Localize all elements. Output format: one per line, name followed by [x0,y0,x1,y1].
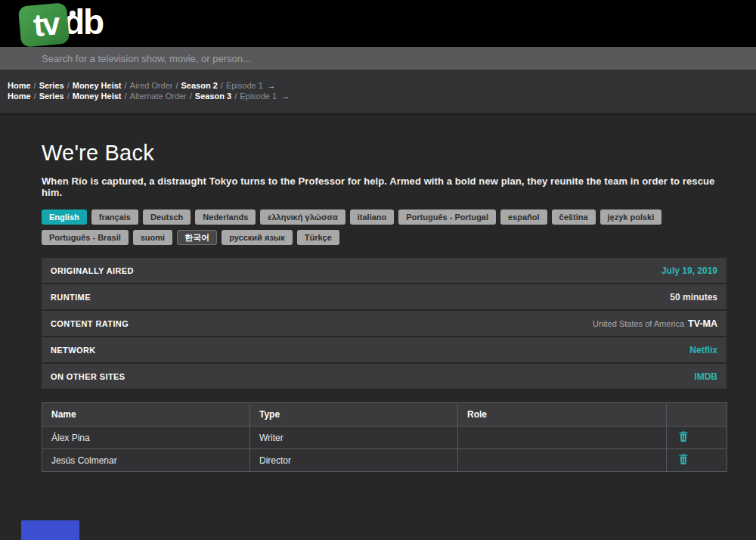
breadcrumb-item[interactable]: Money Heist [73,92,122,101]
people-column-header [667,403,727,427]
breadcrumb-item[interactable]: Home [8,81,31,90]
info-row: RUNTIME50 minutes [42,284,727,309]
person-role-cell [458,427,667,449]
info-row-label: NETWORK [51,346,96,355]
breadcrumb-arrow-icon[interactable]: → [268,81,276,90]
info-row-value: July 19, 2019 [662,265,717,276]
info-row-label: RUNTIME [51,293,91,302]
breadcrumb-separator: / [175,81,178,90]
info-value-text: 50 minutes [670,292,717,303]
info-row: NETWORKNetflix [42,337,727,362]
breadcrumb-item[interactable]: Home [8,92,31,101]
top-header-bar: tv db [0,0,756,47]
person-name-link[interactable]: Jesús Colmenar [42,449,250,472]
breadcrumb-item[interactable]: Money Heist [73,81,122,90]
info-value-link[interactable]: July 19, 2019 [662,265,717,276]
breadcrumb-separator: / [190,92,192,101]
info-row: ON OTHER SITESIMDB [42,364,727,389]
rating-value: TV-MA [688,318,717,329]
language-tab-default[interactable]: français [91,209,138,225]
breadcrumb-arrow-icon[interactable]: → [281,92,290,101]
main-content: We're Back When Río is captured, a distr… [0,141,756,472]
breadcrumb: Home/Series/Money Heist/Aired Order/Seas… [0,70,756,115]
breadcrumb-separator: / [34,92,36,101]
table-row: Jesús ColmenarDirector [42,449,727,472]
table-row: Álex PinaWriter [42,427,727,449]
breadcrumb-line: Home/Series/Money Heist/Alternate Order/… [8,91,756,101]
breadcrumb-item[interactable]: Episode 1 [226,81,263,90]
person-type-cell: Director [250,449,458,472]
tvdb-logo-dot-icon [70,11,76,17]
info-row-value: Netflix [689,345,717,355]
people-column-header: Role [458,403,667,427]
people-table: NameTypeRole Álex PinaWriterJesús Colmen… [42,402,727,472]
language-tab-default[interactable]: русский язык [222,230,293,245]
search-input[interactable] [0,47,756,70]
breadcrumb-separator: / [34,81,36,90]
breadcrumb-item[interactable]: Alternate Order [130,92,187,101]
info-row: ORIGINALLY AIREDJuly 19, 2019 [42,258,727,283]
info-value-link[interactable]: IMDB [694,371,717,382]
person-actions-cell [667,427,727,449]
tvdb-logo-green-tile: tv [18,2,70,47]
tvdb-logo-tv-text: tv [32,5,60,44]
breadcrumb-item[interactable]: Aired Order [130,81,173,90]
bottom-left-action-button[interactable] [21,520,79,540]
tvdb-logo-db-text: db [64,2,103,42]
language-tab-default[interactable]: Nederlands [195,209,256,225]
breadcrumb-separator: / [234,92,237,101]
language-tab-default[interactable]: Deutsch [143,209,191,225]
person-actions-cell [667,449,727,472]
info-row-label: ORIGINALLY AIRED [51,266,134,275]
language-tab-default[interactable]: Türkçe [297,230,339,245]
language-tab-default[interactable]: čeština [552,209,596,225]
breadcrumb-separator: / [125,81,127,90]
episode-info-list: ORIGINALLY AIREDJuly 19, 2019RUNTIME50 m… [42,258,727,389]
tvdb-logo[interactable]: tv db [20,3,103,45]
breadcrumb-separator: / [67,81,70,90]
breadcrumb-item[interactable]: Season 2 [181,81,218,90]
language-tab-default[interactable]: język polski [600,209,662,225]
breadcrumb-separator: / [125,92,127,101]
breadcrumb-item[interactable]: Season 3 [195,92,231,101]
info-row: CONTENT RATINGUnited States of AmericaTV… [42,311,727,336]
info-row-label: CONTENT RATING [51,319,129,328]
person-name-link[interactable]: Álex Pina [42,427,250,449]
language-tab-default[interactable]: Português - Brasil [42,230,129,245]
people-column-header: Type [250,403,458,427]
language-tab-active[interactable]: English [42,209,87,225]
page-title: We're Back [42,141,727,166]
language-tab-default[interactable]: suomi [133,230,172,245]
people-column-header: Name [42,403,250,427]
search-bar [0,47,756,70]
info-row-label: ON OTHER SITES [51,372,125,381]
info-row-value: United States of AmericaTV-MA [593,318,717,329]
info-value-link[interactable]: Netflix [689,345,717,355]
breadcrumb-item[interactable]: Series [39,92,64,101]
breadcrumb-line: Home/Series/Money Heist/Aired Order/Seas… [8,80,756,91]
rating-country-label: United States of America [593,319,684,328]
breadcrumb-separator: / [67,92,70,101]
info-row-value: IMDB [694,371,717,382]
breadcrumb-separator: / [221,81,223,90]
episode-overview: When Río is captured, a distraught Tokyo… [42,175,727,198]
person-role-cell [458,449,667,472]
breadcrumb-item[interactable]: Series [39,81,64,90]
language-tab-default[interactable]: ελληνική γλώσσα [260,209,345,225]
language-tab-default[interactable]: italiano [350,209,395,225]
language-tab-default[interactable]: Português - Portugal [398,209,496,225]
person-type-cell: Writer [250,427,458,449]
language-tab-dark[interactable]: 한국어 [177,230,217,245]
breadcrumb-item[interactable]: Episode 1 [240,92,277,101]
people-table-header-row: NameTypeRole [42,403,727,427]
trash-icon[interactable] [676,452,691,468]
info-row-value: 50 minutes [670,292,717,303]
language-tab-default[interactable]: español [500,209,547,225]
language-tabs: EnglishfrançaisDeutschNederlandsελληνική… [42,209,727,245]
trash-icon[interactable] [676,430,691,445]
